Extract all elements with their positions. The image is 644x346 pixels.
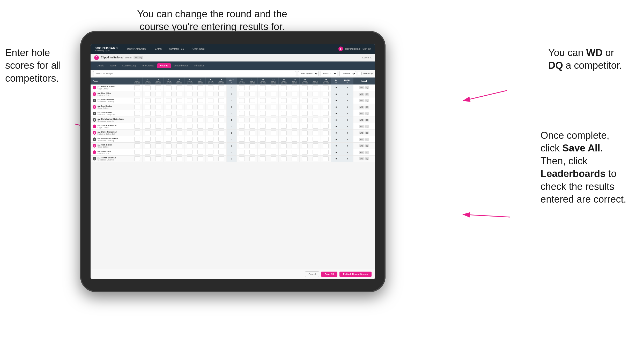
score-input-h14[interactable]: [281, 85, 287, 90]
score-input-h5[interactable]: [176, 137, 182, 142]
score-input-h14[interactable]: [281, 92, 287, 96]
score-input-h6[interactable]: [187, 92, 193, 96]
score-input-h18[interactable]: [323, 85, 329, 90]
score-input-h15[interactable]: [292, 98, 297, 103]
score-input-h13[interactable]: [271, 98, 276, 103]
score-input-h10[interactable]: [239, 105, 245, 109]
score-input-h14[interactable]: [281, 156, 287, 161]
score-input-h9[interactable]: [218, 143, 224, 148]
score-input-h13[interactable]: [271, 92, 276, 96]
score-input-h15[interactable]: [292, 156, 297, 161]
tab-results[interactable]: Results: [157, 63, 171, 68]
dq-button[interactable]: DQ: [365, 106, 369, 109]
score-input-h2[interactable]: [145, 98, 151, 103]
score-input-h1[interactable]: [134, 137, 140, 142]
score-input-h18[interactable]: [323, 137, 329, 142]
score-input-h12[interactable]: [260, 124, 266, 129]
wd-button[interactable]: WD: [359, 144, 364, 147]
totals-only-toggle[interactable]: Totals Only: [358, 72, 373, 75]
score-input-h13[interactable]: [271, 124, 276, 129]
score-input-h11[interactable]: [249, 150, 255, 155]
score-input-h12[interactable]: [260, 130, 266, 135]
score-input-h18[interactable]: [323, 143, 329, 148]
score-input-h15[interactable]: [292, 105, 297, 109]
score-input-h9[interactable]: [218, 92, 224, 96]
wd-button[interactable]: WD: [359, 157, 364, 160]
score-input-h10[interactable]: [239, 85, 245, 90]
nav-rankings[interactable]: RANKINGS: [190, 47, 206, 51]
score-input-h11[interactable]: [249, 124, 255, 129]
score-input-h5[interactable]: [176, 111, 182, 116]
score-input-h9[interactable]: [218, 137, 224, 142]
score-input-h10[interactable]: [239, 150, 245, 155]
score-input-h10[interactable]: [239, 137, 245, 142]
score-input-h17[interactable]: [313, 130, 318, 135]
score-input-h6[interactable]: [187, 130, 193, 135]
score-input-h1[interactable]: [134, 111, 140, 116]
score-input-h5[interactable]: [176, 92, 182, 96]
score-input-h17[interactable]: [313, 137, 318, 142]
score-input-h4[interactable]: [166, 143, 172, 148]
score-input-h12[interactable]: [260, 92, 266, 96]
score-input-h18[interactable]: [323, 156, 329, 161]
score-input-h1[interactable]: [134, 92, 140, 96]
score-input-h17[interactable]: [313, 92, 318, 96]
score-input-h2[interactable]: [145, 156, 151, 161]
score-input-h13[interactable]: [271, 130, 276, 135]
score-input-h3[interactable]: [155, 143, 161, 148]
score-input-h2[interactable]: [145, 118, 151, 122]
score-input-h8[interactable]: [208, 143, 213, 148]
score-input-h12[interactable]: [260, 156, 266, 161]
nav-teams[interactable]: TEAMS: [152, 47, 163, 51]
score-input-h7[interactable]: [197, 98, 203, 103]
score-input-h8[interactable]: [208, 150, 213, 155]
score-input-h9[interactable]: [218, 98, 224, 103]
score-input-h15[interactable]: [292, 150, 297, 155]
wd-button[interactable]: WD: [359, 119, 364, 121]
score-input-h5[interactable]: [176, 98, 182, 103]
wd-button[interactable]: WD: [359, 132, 364, 134]
score-input-h18[interactable]: [323, 105, 329, 109]
score-input-h11[interactable]: [249, 85, 255, 90]
score-input-h8[interactable]: [208, 105, 213, 109]
score-input-h15[interactable]: [292, 137, 297, 142]
score-input-h9[interactable]: [218, 105, 224, 109]
dq-button[interactable]: DQ: [365, 138, 369, 141]
score-input-h16[interactable]: [302, 105, 308, 109]
score-input-h18[interactable]: [323, 130, 329, 135]
score-input-h4[interactable]: [166, 85, 172, 90]
dq-button[interactable]: DQ: [365, 99, 369, 102]
score-input-h16[interactable]: [302, 137, 308, 142]
score-input-h3[interactable]: [155, 85, 161, 90]
score-input-h9[interactable]: [218, 130, 224, 135]
score-input-h13[interactable]: [271, 118, 276, 122]
save-all-button[interactable]: Save All: [321, 272, 337, 277]
score-input-h7[interactable]: [197, 92, 203, 96]
score-input-h4[interactable]: [166, 98, 172, 103]
score-input-h17[interactable]: [313, 118, 318, 122]
score-input-h7[interactable]: [197, 156, 203, 161]
tab-teams[interactable]: Teams: [107, 63, 119, 68]
score-input-h16[interactable]: [302, 118, 308, 122]
score-input-h4[interactable]: [166, 137, 172, 142]
score-input-h4[interactable]: [166, 111, 172, 116]
nav-tournaments[interactable]: TOURNAMENTS: [125, 47, 147, 51]
score-input-h18[interactable]: [323, 118, 329, 122]
score-input-h17[interactable]: [313, 98, 318, 103]
score-input-h5[interactable]: [176, 105, 182, 109]
score-input-h13[interactable]: [271, 156, 276, 161]
score-input-h10[interactable]: [239, 92, 245, 96]
tab-printables[interactable]: Printables: [191, 63, 207, 68]
score-input-h10[interactable]: [239, 143, 245, 148]
score-input-h12[interactable]: [260, 105, 266, 109]
score-input-h1[interactable]: [134, 98, 140, 103]
score-input-h2[interactable]: [145, 92, 151, 96]
cancel-tournament-btn[interactable]: Cancel X: [362, 56, 372, 59]
score-input-h2[interactable]: [145, 124, 151, 129]
totals-only-checkbox[interactable]: [358, 72, 361, 75]
score-input-h8[interactable]: [208, 130, 213, 135]
score-input-h16[interactable]: [302, 130, 308, 135]
score-input-h16[interactable]: [302, 124, 308, 129]
score-input-h5[interactable]: [176, 124, 182, 129]
score-input-h16[interactable]: [302, 85, 308, 90]
